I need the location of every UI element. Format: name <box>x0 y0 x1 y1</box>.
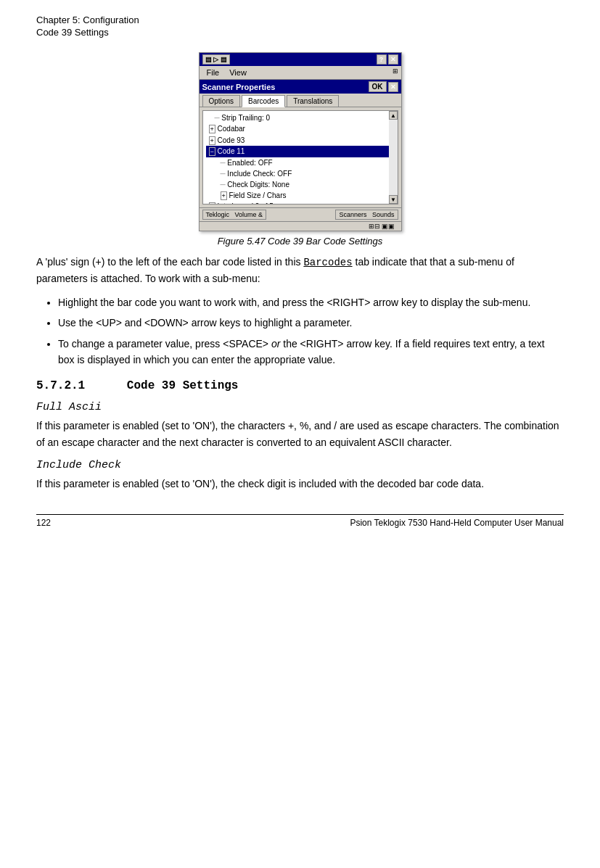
dialog-close-button[interactable]: ✕ <box>388 82 398 92</box>
status-icons: ⊞⊟ ▣▣ <box>369 223 395 230</box>
scrollbar[interactable]: ▲ ▼ <box>389 111 398 204</box>
intro-text: A 'plus' sign (+) to the left of the eac… <box>36 256 301 268</box>
figure-caption: Figure 5.47 Code 39 Bar Code Settings <box>218 236 383 247</box>
statusbar: ⊞⊟ ▣▣ <box>200 221 401 231</box>
subsection-text-check: If this parameter is enabled (set to 'ON… <box>36 476 564 492</box>
tree-item-check-digits: ─ Check Digits: None <box>206 179 395 190</box>
chapter-title: Chapter 5: Configuration <box>36 15 564 25</box>
subsection-heading-check: Include Check <box>36 459 564 471</box>
tab-barcodes[interactable]: Barcodes <box>242 95 285 107</box>
tree-item-codabar[interactable]: + Codabar <box>206 123 395 135</box>
view-menu[interactable]: View <box>225 67 251 78</box>
subsection-heading-ascii: Full Ascii <box>36 401 564 413</box>
tree-item-code11[interactable]: − Code 11 <box>206 146 395 157</box>
tree-item-interleaved[interactable]: + Interleaved 2 of 5 <box>206 201 395 204</box>
title-bar-left: ▤ ▷ ▤ <box>202 54 230 65</box>
figure-container: ▤ ▷ ▤ ? ✕ File View ⊞ Scanner Properties… <box>36 52 564 247</box>
toolbar-icons: ▤ ▷ ▤ <box>202 54 230 65</box>
taskbar-right[interactable]: Scanners Sounds <box>335 210 398 220</box>
tab-options[interactable]: Options <box>202 95 240 107</box>
menu-bar: File View ⊞ <box>200 66 401 80</box>
body-intro: A 'plus' sign (+) to the left of the eac… <box>36 254 564 287</box>
tree-item-code93[interactable]: + Code 93 <box>206 135 395 146</box>
bullet-item-3: To change a parameter value, press <SPAC… <box>58 336 564 368</box>
tree-item-include-check: ─ Include Check: OFF <box>206 168 395 179</box>
taskbar: Teklogic Volume & Scanners Sounds <box>200 207 401 221</box>
bullet-item-1: Highlight the bar code you want to work … <box>58 294 564 310</box>
dialog-title: Scanner Properties <box>202 83 276 91</box>
subsection-text-ascii: If this parameter is enabled (set to 'ON… <box>36 418 564 450</box>
chapter-header: Chapter 5: Configuration Code 39 Setting… <box>36 15 564 38</box>
content-area: ─ Strip Trailing: 0 + Codabar + Code 93 … <box>202 110 398 204</box>
bullet-list: Highlight the bar code you want to work … <box>58 294 564 368</box>
barcode-ref-text: Barcodes <box>303 257 352 268</box>
section-heading: 5.7.2.1 Code 39 Settings <box>36 379 564 392</box>
window-frame: ▤ ▷ ▤ ? ✕ File View ⊞ Scanner Properties… <box>199 52 402 231</box>
bullet-item-2: Use the <UP> and <DOWN> arrow keys to hi… <box>58 315 564 331</box>
tabs-bar: Options Barcodes Translations <box>200 94 401 107</box>
dialog-titlebar: Scanner Properties OK ✕ <box>200 80 401 94</box>
close-window-button[interactable]: ✕ <box>388 54 398 65</box>
tree-item-enabled: ─ Enabled: OFF <box>206 157 395 168</box>
scroll-track <box>389 120 398 195</box>
tab-translations[interactable]: Translations <box>287 95 339 107</box>
scroll-down-button[interactable]: ▼ <box>389 195 398 204</box>
help-button[interactable]: ? <box>377 54 387 65</box>
tree-item-field-size[interactable]: + Field Size / Chars <box>206 190 395 202</box>
ok-button[interactable]: OK <box>369 81 387 92</box>
tree-item-strip: ─ Strip Trailing: 0 <box>206 112 395 123</box>
page-number: 122 <box>36 518 51 528</box>
dialog-title-right: OK ✕ <box>369 81 398 92</box>
footer: 122 Psion Teklogix 7530 Hand-Held Comput… <box>36 514 564 528</box>
title-bar-icons: ? ✕ <box>377 54 398 65</box>
section-title-text: Code 39 Settings <box>127 379 239 392</box>
menu-icons: ⊞ <box>393 67 398 78</box>
footer-text: Psion Teklogix 7530 Hand-Held Computer U… <box>350 518 564 528</box>
tree-list: ─ Strip Trailing: 0 + Codabar + Code 93 … <box>203 111 398 204</box>
section-number: 5.7.2.1 <box>36 379 85 392</box>
file-menu[interactable]: File <box>202 67 224 78</box>
scroll-up-button[interactable]: ▲ <box>389 111 398 120</box>
taskbar-left[interactable]: Teklogic Volume & <box>202 210 267 220</box>
section-title: Code 39 Settings <box>36 27 564 38</box>
title-bar: ▤ ▷ ▤ ? ✕ <box>200 53 401 66</box>
